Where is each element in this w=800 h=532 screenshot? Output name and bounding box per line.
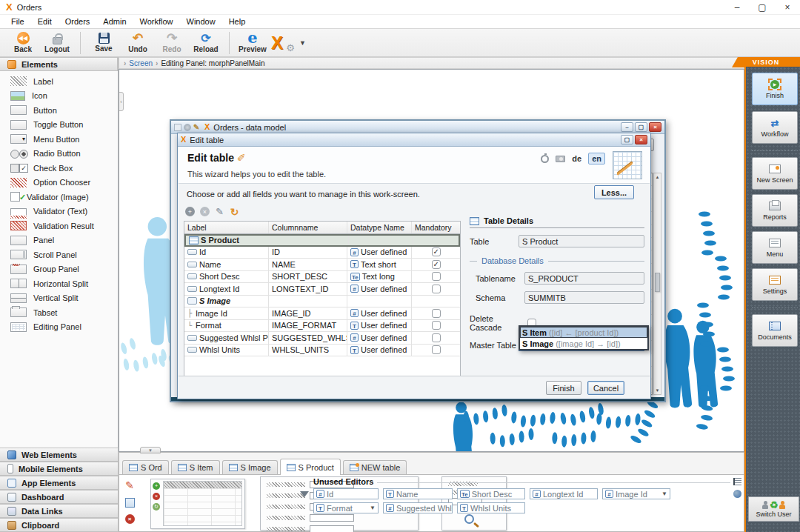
lang-en-button[interactable]: en: [588, 153, 605, 164]
editor-chip-longtext-id[interactable]: #Longtext Id: [530, 488, 598, 499]
menu-edit[interactable]: Edit: [31, 16, 59, 27]
element-menu-button[interactable]: ▾Menu Button: [0, 132, 118, 147]
element-icon[interactable]: Icon: [0, 89, 118, 104]
editor-chip-short-desc[interactable]: TeShort Desc: [457, 488, 525, 499]
menu-window[interactable]: Window: [180, 16, 222, 27]
editor-chip-name[interactable]: TName: [383, 488, 453, 499]
element-panel[interactable]: Panel: [0, 233, 118, 248]
schema-field[interactable]: SUMMITB: [524, 291, 644, 304]
editor-chip-suggested-whlsl[interactable]: #Suggested Whlsl...: [383, 502, 453, 513]
element-scroll-panel[interactable]: Scroll Panel: [0, 247, 118, 262]
edit-table-dialog[interactable]: X Edit table ▢ × Edit table✐ This wizard…: [177, 133, 651, 399]
mandatory-checkbox[interactable]: [432, 345, 441, 354]
element-validator-image[interactable]: Validator (Image): [0, 190, 118, 205]
sidebar-item-mobile-elements[interactable]: Mobile Elements: [0, 462, 119, 476]
edit-table-titlebar[interactable]: X Edit table ▢ ×: [178, 133, 650, 147]
sidebar-item-clipboard[interactable]: Clipboard: [0, 518, 119, 532]
table-row[interactable]: Whlsl Units WHLSL_UNITS TUser defined: [184, 345, 460, 357]
menu-admin[interactable]: Admin: [96, 16, 133, 27]
dropdown-option[interactable]: S Item([id] ← [product Id]): [520, 327, 647, 338]
table-row-subgroup[interactable]: S Image: [184, 296, 460, 308]
mandatory-checkbox[interactable]: [432, 247, 441, 256]
element-tabset[interactable]: Tabset: [0, 305, 118, 320]
editor-chip-format[interactable]: TFormat▼: [313, 502, 379, 513]
grid-view-icon[interactable]: [733, 478, 741, 485]
sidebar-item-app-elements[interactable]: App Elements: [0, 476, 119, 490]
sidebar-item-dashboard[interactable]: Dashboard: [0, 490, 119, 504]
lang-de-button[interactable]: de: [572, 154, 581, 163]
add-row-icon[interactable]: +: [185, 207, 195, 216]
mandatory-checkbox[interactable]: [432, 309, 441, 318]
less-button[interactable]: Less...: [594, 185, 634, 199]
tab-new-table[interactable]: NEW table: [343, 460, 407, 474]
dialog-maximize-button[interactable]: ▢: [621, 135, 633, 144]
design-canvas[interactable]: ‹ ✎ X Orders - data model – ▢ × ew Pa RI…: [119, 69, 744, 452]
dialog-maximize-button[interactable]: ▢: [635, 122, 647, 132]
new-screen-button[interactable]: New Screen: [752, 157, 798, 190]
finish-sidebar-button[interactable]: Finish: [752, 73, 798, 105]
table-row[interactable]: Longtext Id LONGTEXT_ID #User defined: [184, 283, 460, 296]
app-launch-button[interactable]: X⚙: [271, 33, 293, 53]
chevron-down-icon[interactable]: ▼: [299, 39, 306, 47]
menu-orders[interactable]: Orders: [59, 16, 97, 27]
edit-icon[interactable]: ✎: [125, 479, 134, 491]
form-icon[interactable]: [125, 498, 135, 508]
table-row-group[interactable]: S Product: [184, 234, 460, 247]
menu-button[interactable]: Menu: [752, 231, 798, 264]
table-row[interactable]: Name NAME TText short: [184, 259, 460, 271]
database-details-section[interactable]: Database Details: [470, 256, 644, 265]
undo-button[interactable]: ↶Undo: [122, 30, 153, 56]
table-row[interactable]: Suggested Whlsl Price SUGGESTED_WHLSL_PR…: [184, 332, 460, 345]
camera-icon[interactable]: [556, 156, 565, 162]
mandatory-checkbox[interactable]: [432, 272, 441, 281]
timer-icon[interactable]: [541, 155, 549, 163]
edit-row-icon[interactable]: ✎: [215, 207, 224, 216]
element-validator-text[interactable]: Validator (Text): [0, 205, 118, 219]
sidebar-item-web-elements[interactable]: Web Elements: [0, 448, 119, 462]
mandatory-checkbox[interactable]: [432, 260, 441, 269]
menu-workflow[interactable]: Workflow: [133, 16, 180, 27]
tab-s-image[interactable]: S Image: [222, 460, 278, 474]
table-row[interactable]: Short Desc SHORT_DESC TeText long: [184, 271, 460, 284]
workflow-sidebar-button[interactable]: ⇄Workflow: [752, 111, 798, 144]
cancel-button[interactable]: Cancel: [587, 381, 624, 395]
element-vertical-split[interactable]: Vertical Split: [0, 291, 118, 306]
table-row[interactable]: Id ID #User defined: [184, 247, 460, 259]
collapse-handle[interactable]: ‹: [119, 92, 124, 111]
table-screen-thumbnail[interactable]: +×↻: [150, 479, 245, 529]
element-editing-panel[interactable]: Editing Panel: [0, 320, 118, 335]
editor-chip-image-id[interactable]: #Image Id▼: [602, 488, 670, 499]
breadcrumb-screen[interactable]: Screen: [129, 59, 153, 67]
filter-icon[interactable]: [300, 491, 309, 497]
delete-row-icon[interactable]: ×: [200, 207, 210, 216]
panel-collapse-button[interactable]: ▼: [140, 447, 161, 453]
element-validation-result[interactable]: Validation Result: [0, 219, 118, 233]
tab-s-product[interactable]: S Product: [280, 459, 341, 475]
reload-button[interactable]: ⟳Reload: [190, 30, 221, 56]
finish-button[interactable]: Finish: [546, 381, 581, 395]
tab-s-item[interactable]: S Item: [171, 460, 220, 474]
element-button[interactable]: Button: [0, 103, 118, 118]
documents-button[interactable]: Documents: [752, 314, 798, 347]
switch-user-button[interactable]: ♻ Switch User: [748, 496, 799, 522]
mandatory-checkbox[interactable]: [432, 321, 441, 330]
tab-s-ord[interactable]: S Ord: [122, 460, 169, 474]
dialog-close-button[interactable]: ×: [635, 135, 647, 144]
editor-chip-id[interactable]: #Id: [313, 488, 379, 499]
back-button[interactable]: ◀◀Back: [7, 30, 39, 56]
sidebar-item-data-links[interactable]: Data Links: [0, 504, 119, 518]
redo-button[interactable]: ↷Redo: [156, 30, 187, 56]
scroll-down-icon[interactable]: ▼: [654, 387, 661, 394]
dialog-minimize-button[interactable]: –: [621, 122, 633, 132]
menu-file[interactable]: File: [4, 16, 31, 27]
dropdown-option[interactable]: S Image([image Id] → [id]): [520, 338, 647, 349]
element-horizontal-split[interactable]: Horizontal Split: [0, 276, 118, 291]
master-table-dropdown-list[interactable]: S Item([id] ← [product Id]) S Image([ima…: [519, 325, 649, 350]
globe-icon[interactable]: [733, 490, 741, 498]
refresh-icon[interactable]: ↻: [230, 207, 239, 216]
delete-icon[interactable]: ×: [125, 514, 135, 524]
elements-section-header[interactable]: Elements: [0, 57, 118, 71]
table-name-field[interactable]: S Product: [519, 235, 644, 247]
fields-table[interactable]: LabelColumnname Datatype NameMandatory S…: [184, 221, 461, 385]
element-option-chooser[interactable]: Option Chooser: [0, 176, 118, 190]
